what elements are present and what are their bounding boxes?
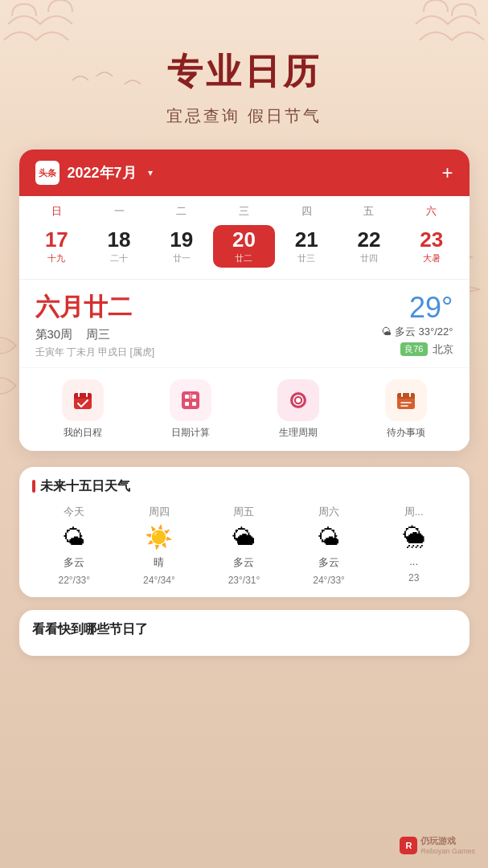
app-title: 专业日历 (167, 48, 322, 96)
wd-fri-temp: 23°/31° (228, 575, 260, 586)
calc-icon (170, 379, 211, 421)
weather-desc: 多云 33°/22° (395, 325, 453, 339)
svg-point-14 (296, 398, 301, 403)
watermark: R 仍玩游戏 Reboyan Games (400, 835, 475, 855)
dow-friday: 五 (338, 204, 400, 219)
wd-today-icon: 🌤 (63, 524, 85, 551)
wd-today-label: 今天 (64, 505, 84, 519)
toutiao-badge: 头条 (35, 161, 59, 185)
action-cycle[interactable]: 生理周期 (248, 379, 349, 440)
weather-icon: 🌤 (381, 326, 392, 338)
wd-fri-desc: 多云 (233, 555, 254, 570)
info-week-row: 第30周 周三 (35, 327, 155, 342)
date-17-lunar: 十九 (47, 252, 65, 264)
cal-month-label[interactable]: 2022年7月 (68, 163, 137, 182)
weather-section: 未来十五日天气 今天 🌤 多云 22°/33° 周四 ☀️ 晴 24°/34° … (19, 467, 470, 597)
dow-wednesday: 三 (213, 204, 276, 219)
wd-sat-desc: 多云 (318, 555, 339, 570)
main-card: 头条 2022年7月 ▾ + 日 一 二 三 四 五 六 17 十九 18 (19, 149, 470, 451)
schedule-icon (62, 379, 104, 421)
dow-tuesday: 二 (150, 204, 213, 219)
app-subtitle: 宜忌查询 假日节气 (166, 105, 322, 127)
svg-rect-8 (185, 402, 189, 406)
wd-sat-label: 周六 (318, 505, 339, 519)
wd-more-icon: 🌦 (403, 524, 425, 551)
bottom-section: 看看快到哪些节日了 (19, 610, 470, 656)
date-18[interactable]: 18 二十 (88, 225, 150, 268)
city-label: 北京 (433, 342, 453, 357)
weather-fri[interactable]: 周五 🌥 多云 23°/31° (202, 505, 287, 586)
wd-sat-icon: 🌤 (318, 524, 340, 551)
date-21-lunar: 廿三 (297, 252, 315, 264)
wd-fri-label: 周五 (233, 505, 254, 519)
date-22[interactable]: 22 廿四 (338, 225, 400, 268)
wd-more-label: 周... (404, 505, 424, 519)
temperature-display: 29° (381, 291, 453, 325)
date-19[interactable]: 19 廿一 (150, 225, 213, 268)
date-17[interactable]: 17 十九 (26, 225, 88, 268)
todo-icon (385, 379, 427, 421)
quick-actions: 我的日程 日期计算 (19, 367, 470, 451)
weather-days-row: 今天 🌤 多云 22°/33° 周四 ☀️ 晴 24°/34° 周五 🌥 多云 … (32, 505, 457, 586)
wd-fri-icon: 🌥 (232, 524, 255, 551)
date-22-lunar: 廿四 (360, 252, 378, 264)
action-todo[interactable]: 待办事项 (355, 379, 457, 440)
aqi-row: 良76 北京 (381, 342, 453, 357)
weather-row: 🌤 多云 33°/22° (381, 325, 453, 339)
svg-rect-16 (397, 393, 415, 399)
lunar-date-big: 六月廿二 (35, 291, 155, 324)
watermark-icon: R (400, 837, 417, 854)
schedule-label: 我的日程 (64, 426, 102, 440)
dow-row: 日 一 二 三 四 五 六 (19, 196, 470, 222)
weather-title-text: 未来十五日天气 (40, 478, 130, 495)
add-button[interactable]: + (441, 162, 453, 184)
action-calc[interactable]: 日期计算 (140, 379, 241, 440)
aqi-badge: 良76 (400, 342, 427, 356)
date-23-lunar: 大暑 (423, 252, 441, 264)
date-23[interactable]: 23 大暑 (400, 225, 463, 268)
action-schedule[interactable]: 我的日程 (32, 379, 133, 440)
date-20[interactable]: 20 廿二 (213, 225, 276, 268)
info-ganzhi: 壬寅年 丁未月 甲戌日 [属虎] (35, 346, 155, 359)
weather-section-title: 未来十五日天气 (32, 478, 457, 495)
dow-monday: 一 (88, 204, 150, 219)
chevron-down-icon[interactable]: ▾ (148, 167, 153, 178)
info-right: 29° 🌤 多云 33°/22° 良76 北京 (381, 291, 453, 357)
dow-thursday: 四 (275, 204, 338, 219)
date-21[interactable]: 21 廿三 (275, 225, 338, 268)
wd-more-temp: 23 (408, 572, 419, 583)
todo-label: 待办事项 (387, 426, 425, 440)
date-22-num: 22 (357, 228, 380, 252)
wd-thu-icon: ☀️ (145, 524, 173, 551)
weather-today[interactable]: 今天 🌤 多云 22°/33° (32, 505, 117, 586)
svg-rect-2 (74, 393, 92, 399)
date-23-num: 23 (420, 228, 443, 252)
info-left: 六月廿二 第30周 周三 壬寅年 丁未月 甲戌日 [属虎] (35, 291, 155, 359)
date-row: 17 十九 18 二十 19 廿一 20 廿二 21 廿三 (19, 222, 470, 279)
title-bar-deco (32, 480, 35, 493)
date-21-num: 21 (295, 228, 318, 252)
wd-sat-temp: 24°/33° (313, 575, 345, 586)
date-19-lunar: 廿一 (173, 252, 191, 264)
watermark-text: 仍玩游戏 Reboyan Games (420, 835, 475, 855)
info-section: 六月廿二 第30周 周三 壬寅年 丁未月 甲戌日 [属虎] 29° 🌤 多云 3… (19, 279, 470, 367)
calc-label: 日期计算 (171, 426, 210, 440)
wd-more-desc: ... (409, 555, 418, 567)
svg-rect-9 (192, 402, 196, 406)
date-19-num: 19 (170, 228, 193, 252)
wd-thu-temp: 24°/34° (143, 575, 175, 586)
cal-header-left: 头条 2022年7月 ▾ (35, 161, 153, 185)
wd-today-desc: 多云 (64, 555, 84, 570)
dow-saturday: 六 (400, 204, 463, 219)
cycle-label: 生理周期 (279, 426, 318, 440)
wd-thu-desc: 晴 (154, 555, 164, 570)
weather-thu[interactable]: 周四 ☀️ 晴 24°/34° (117, 505, 202, 586)
calendar-header: 头条 2022年7月 ▾ + (19, 149, 470, 196)
weather-sat[interactable]: 周六 🌤 多云 24°/33° (286, 505, 371, 586)
bottom-title-text: 看看快到哪些节日了 (32, 621, 148, 638)
wd-thu-label: 周四 (149, 505, 170, 519)
weather-more[interactable]: 周... 🌦 ... 23 (371, 505, 457, 586)
dow-sunday: 日 (26, 204, 88, 219)
date-20-num: 20 (232, 228, 256, 252)
wd-today-temp: 22°/33° (58, 575, 90, 586)
